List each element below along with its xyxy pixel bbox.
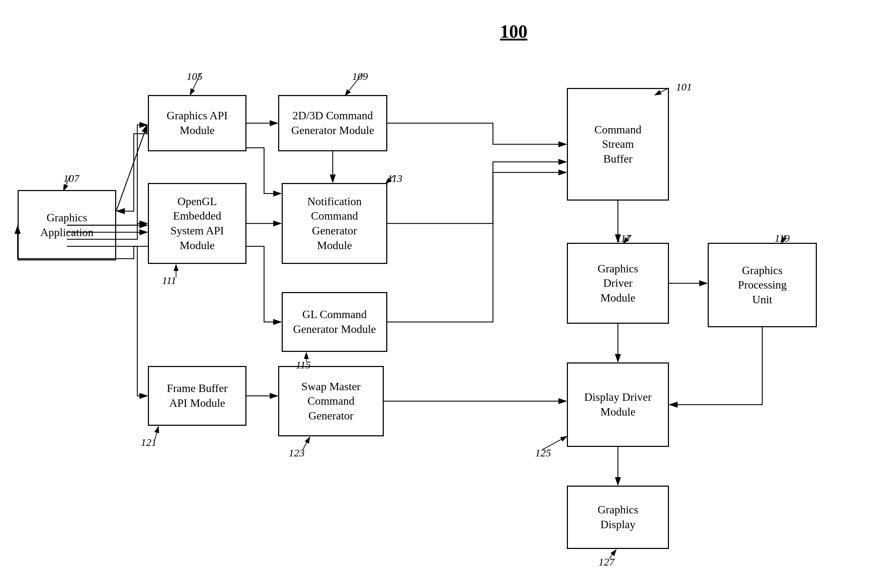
frame-buffer-label: Frame BufferAPI Module [167, 381, 228, 410]
graphics-display-box: GraphicsDisplay [567, 486, 669, 549]
swap-master-label: Swap MasterCommandGenerator [301, 380, 361, 423]
ref-115: 115 [296, 359, 311, 371]
gpu-label: GraphicsProcessingUnit [738, 263, 787, 307]
graphics-application-label: GraphicsApplication [40, 210, 93, 240]
gl-cmd-label: GL CommandGenerator Module [293, 307, 376, 336]
graphics-api-box: Graphics APIModule [148, 95, 246, 151]
cmd-stream-label: CommandStreamBuffer [594, 123, 641, 166]
ref-117: 117 [616, 232, 631, 244]
ref-105: 105 [186, 70, 203, 82]
gpu-box: GraphicsProcessingUnit [708, 243, 817, 327]
ref-109: 109 [352, 70, 368, 82]
ref-111: 111 [162, 274, 176, 286]
ref-127: 127 [598, 556, 615, 568]
ref-113: 113 [387, 172, 403, 184]
display-driver-label: Display DriverModule [584, 390, 651, 419]
ref-119: 119 [775, 232, 790, 244]
graphics-application-box: GraphicsApplication [18, 190, 116, 260]
cmd-2d3d-box: 2D/3D CommandGenerator Module [278, 95, 387, 151]
frame-buffer-box: Frame BufferAPI Module [148, 366, 246, 426]
notification-box: NotificationCommandGeneratorModule [282, 183, 387, 264]
ref-101: 101 [676, 81, 692, 93]
graphics-api-label: Graphics APIModule [167, 108, 227, 138]
display-driver-box: Display DriverModule [567, 363, 669, 447]
svg-line-2 [116, 125, 147, 211]
graphics-driver-label: GraphicsDriverModule [598, 261, 639, 305]
swap-master-box: Swap MasterCommandGenerator [278, 366, 384, 436]
opengl-label: OpenGLEmbeddedSystem APIModule [170, 194, 224, 253]
graphics-display-label: GraphicsDisplay [598, 502, 639, 532]
cmd-2d3d-label: 2D/3D CommandGenerator Module [291, 108, 374, 138]
opengl-box: OpenGLEmbeddedSystem APIModule [148, 183, 246, 264]
ref-107: 107 [63, 172, 79, 184]
ref-121: 121 [141, 436, 157, 448]
ref-125: 125 [535, 447, 551, 459]
graphics-driver-box: GraphicsDriverModule [567, 243, 669, 324]
ref-123: 123 [289, 447, 305, 459]
diagram-title: 100 [500, 21, 527, 42]
cmd-stream-box: CommandStreamBuffer [567, 88, 669, 201]
gl-cmd-box: GL CommandGenerator Module [282, 292, 387, 352]
notification-label: NotificationCommandGeneratorModule [307, 194, 362, 253]
